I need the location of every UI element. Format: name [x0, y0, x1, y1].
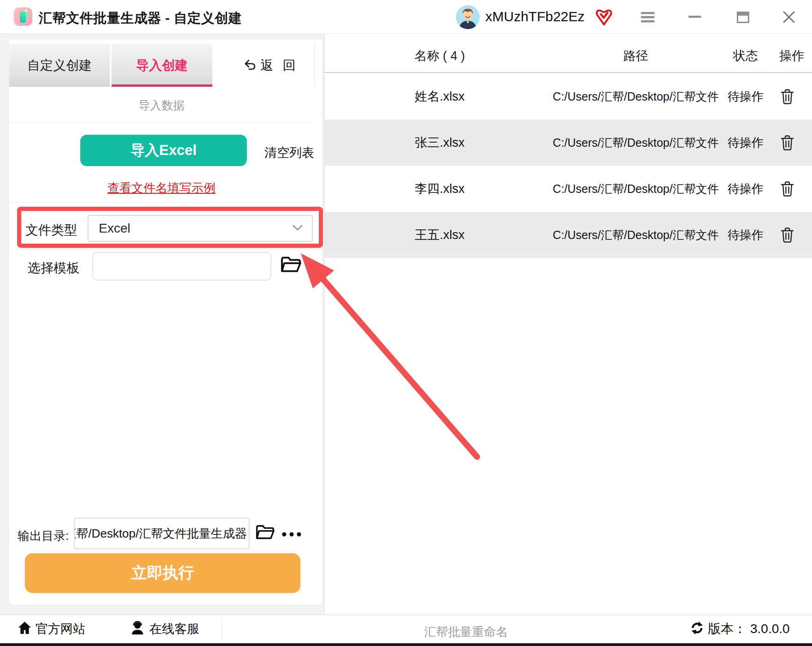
tab-import-create[interactable]: 导入创建 — [112, 44, 212, 87]
file-type-label: 文件类型 — [25, 221, 77, 239]
footer-divider — [221, 617, 222, 641]
execute-now-button[interactable]: 立即执行 — [25, 553, 300, 593]
status-badge: 待操作 — [718, 73, 773, 120]
status-badge: 待操作 — [718, 120, 773, 166]
template-folder-browse-icon[interactable] — [281, 256, 302, 274]
back-button-label: 返 回 — [261, 57, 299, 74]
table-row[interactable]: 张三.xlsx C:/Users/汇帮/Desktop/汇帮文件 待操作 — [325, 120, 812, 166]
output-dir-input[interactable]: 汇帮/Desktop/汇帮文件批量生成器 — [74, 518, 250, 549]
tab-custom-create[interactable]: 自定义创建 — [9, 44, 110, 87]
file-type-selected-value: Excel — [99, 221, 293, 236]
column-header-name: 名称 ( 4 ) — [370, 48, 509, 64]
user-avatar[interactable] — [456, 5, 480, 29]
vip-badge-icon[interactable] — [594, 7, 614, 26]
status-badge: 待操作 — [718, 166, 773, 212]
delete-trash-icon[interactable] — [769, 120, 806, 166]
minimize-icon[interactable] — [687, 10, 703, 24]
column-header-action: 操作 — [769, 48, 812, 64]
online-support-link[interactable]: 在线客服 — [130, 618, 199, 640]
import-excel-button-label: 导入Excel — [131, 141, 197, 160]
file-path: C:/Users/汇帮/Desktop/汇帮文件 — [539, 212, 733, 258]
output-dir-value: 汇帮/Desktop/汇帮文件批量生成器 — [75, 526, 249, 542]
file-type-dropdown[interactable]: Excel — [88, 215, 313, 242]
official-website-link[interactable]: 官方网站 — [18, 618, 85, 640]
app-logo-icon — [14, 7, 32, 26]
title-bar: 汇帮文件批量生成器 - 自定义创建 xMUzhTFb22Ez — [0, 0, 812, 34]
column-header-path: 路径 — [567, 48, 705, 64]
delete-trash-icon[interactable] — [769, 212, 806, 258]
back-button[interactable]: 返 回 — [227, 44, 315, 87]
table-row[interactable]: 李四.xlsx C:/Users/汇帮/Desktop/汇帮文件 待操作 — [325, 166, 812, 212]
output-dir-label: 输出目录: — [18, 528, 69, 544]
table-row[interactable]: 姓名.xlsx C:/Users/汇帮/Desktop/汇帮文件 待操作 — [325, 73, 812, 120]
template-label: 选择模板 — [28, 259, 79, 277]
filename-example-link[interactable]: 查看文件名填写示例 — [9, 180, 314, 196]
table-header-divider — [325, 72, 812, 73]
file-name: 李四.xlsx — [370, 166, 509, 212]
version-value: 3.0.0.0 — [750, 622, 790, 636]
import-excel-button[interactable]: 导入Excel — [80, 135, 247, 166]
template-input[interactable] — [92, 252, 271, 281]
column-header-status: 状态 — [718, 48, 773, 64]
active-tab-underline — [112, 84, 212, 87]
maximize-icon[interactable] — [734, 10, 751, 24]
form-divider — [9, 202, 314, 203]
output-folder-browse-icon[interactable] — [256, 524, 275, 541]
home-icon — [18, 621, 32, 637]
version-label: 版本： — [708, 620, 746, 638]
status-badge: 待操作 — [718, 212, 773, 258]
username-text: xMUzhTFb22Ez — [485, 9, 585, 24]
file-path: C:/Users/汇帮/Desktop/汇帮文件 — [539, 73, 733, 120]
window-bottom-edge — [0, 643, 812, 646]
chevron-down-icon — [293, 224, 303, 233]
table-row[interactable]: 王五.xlsx C:/Users/汇帮/Desktop/汇帮文件 待操作 — [325, 212, 812, 258]
window-title: 汇帮文件批量生成器 - 自定义创建 — [39, 9, 242, 28]
customer-service-icon — [130, 621, 145, 637]
file-name: 张三.xlsx — [370, 120, 509, 166]
section-divider — [9, 122, 314, 122]
back-arrow-icon — [244, 58, 256, 72]
file-name: 姓名.xlsx — [370, 73, 509, 120]
import-data-section-label: 导入数据 — [9, 98, 314, 113]
footer-product-name: 汇帮批量重命名 — [351, 624, 581, 640]
file-path: C:/Users/汇帮/Desktop/汇帮文件 — [539, 120, 733, 166]
file-name: 王五.xlsx — [370, 212, 509, 258]
more-options-icon[interactable] — [281, 531, 303, 538]
file-path: C:/Users/汇帮/Desktop/汇帮文件 — [539, 166, 733, 212]
tab-import-create-label: 导入创建 — [136, 57, 188, 74]
clear-list-button[interactable]: 清空列表 — [264, 144, 314, 161]
refresh-icon[interactable] — [690, 621, 704, 637]
tab-divider — [314, 44, 315, 87]
online-support-label: 在线客服 — [149, 621, 199, 637]
official-website-label: 官方网站 — [36, 621, 85, 637]
delete-trash-icon[interactable] — [769, 73, 806, 120]
close-icon[interactable] — [781, 10, 797, 24]
delete-trash-icon[interactable] — [769, 166, 806, 212]
menu-icon[interactable] — [639, 10, 656, 24]
execute-now-button-label: 立即执行 — [131, 562, 194, 584]
tab-custom-create-label: 自定义创建 — [27, 57, 92, 74]
version-info: 版本： 3.0.0.0 — [690, 618, 790, 640]
